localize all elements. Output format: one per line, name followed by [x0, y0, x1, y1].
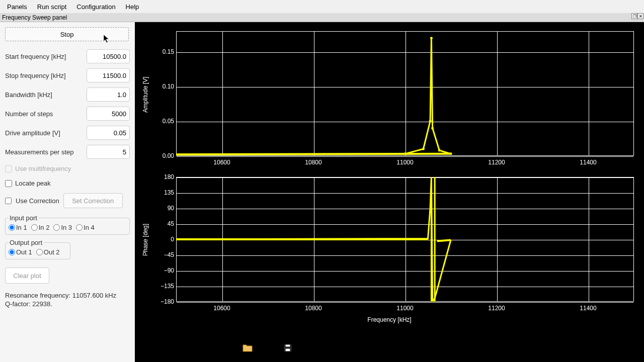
ytick: −180: [154, 298, 174, 305]
plot-area[interactable]: Amplitude [V] 10600108001100011200114000…: [135, 22, 644, 362]
input-port-group: Input port In 1 In 2 In 3 In 4: [5, 214, 130, 235]
ytick: 0: [154, 236, 174, 243]
xtick: 10800: [301, 159, 326, 166]
configure-plot-icon[interactable]: [261, 341, 275, 355]
x-axis-label: Frequency [kHz]: [135, 316, 644, 323]
ytick: −45: [154, 251, 174, 258]
ytick: −90: [154, 267, 174, 274]
input-port-legend: Input port: [9, 214, 38, 222]
ytick: 0.15: [154, 48, 174, 55]
ytick: 0.00: [154, 152, 174, 159]
restore-icon[interactable]: ❐: [631, 13, 637, 19]
panel-titlebar: Frequency Sweep panel ❐ ✕: [0, 13, 644, 22]
output-port-legend: Output port: [9, 239, 43, 246]
plot-toolbar: 🗑: [140, 339, 295, 357]
close-icon[interactable]: ✕: [637, 13, 643, 19]
xtick: 11200: [484, 305, 509, 312]
in3-radio[interactable]: [53, 224, 60, 231]
menu-panels[interactable]: Panels: [2, 1, 32, 13]
steps-label: Number of steps: [5, 110, 53, 118]
locate-peak-checkbox[interactable]: [5, 180, 12, 187]
in2-radio[interactable]: [31, 224, 38, 231]
meas-per-step-label: Measurements per step: [5, 148, 74, 156]
meas-per-step-input[interactable]: [87, 145, 130, 159]
home-icon[interactable]: [160, 341, 174, 355]
resonance-freq-text: Resonance frequency: 11057.600 kHz: [5, 292, 130, 300]
locate-peak-label: Locate peak: [15, 179, 51, 187]
in3-label: In 3: [61, 224, 72, 231]
drive-amp-label: Drive amplitude [V]: [5, 129, 60, 137]
amplitude-ylabel: Amplitude [V]: [142, 77, 149, 113]
menubar: Panels Run script Configuration Help: [0, 0, 644, 13]
set-correction-button: Set Correction: [63, 193, 123, 208]
use-multifrequency-checkbox: [5, 165, 12, 172]
xtick: 10600: [209, 305, 234, 312]
phase-ylabel: Phase [deg]: [142, 224, 149, 256]
start-freq-label: Start frequency [kHz]: [5, 53, 66, 60]
output-port-group: Output port Out 1 Out 2: [5, 239, 70, 259]
xtick: 11400: [576, 159, 601, 166]
steps-input[interactable]: [87, 107, 130, 121]
in4-label: In 4: [84, 224, 95, 231]
stop-button[interactable]: Stop: [5, 27, 129, 41]
svg-rect-13: [285, 344, 290, 347]
use-multifrequency-label: Use multifrequency: [15, 165, 71, 172]
folder-icon[interactable]: [240, 341, 255, 355]
xtick: 11000: [392, 159, 418, 166]
ytick: 45: [154, 220, 174, 227]
in1-radio[interactable]: [9, 224, 15, 231]
ytick: 0.05: [154, 118, 174, 125]
sidebar: Stop Start frequency [kHz] Stop frequenc…: [0, 22, 135, 362]
save-icon[interactable]: [281, 341, 295, 355]
bandwidth-label: Bandwidth [kHz]: [5, 91, 52, 99]
xtick: 10600: [209, 159, 234, 166]
clear-plot-button: Clear plot: [5, 267, 49, 284]
bandwidth-input[interactable]: [87, 87, 130, 102]
ytick: 90: [154, 205, 174, 212]
xtick: 11200: [484, 159, 509, 166]
pan-icon[interactable]: [180, 341, 194, 355]
svg-point-10: [203, 344, 209, 350]
xtick: 11000: [392, 305, 418, 312]
zoom-icon[interactable]: [200, 341, 214, 355]
ytick: 180: [154, 173, 174, 180]
out2-label: Out 2: [44, 248, 60, 256]
menu-configuration[interactable]: Configuration: [71, 1, 120, 13]
stop-freq-label: Stop frequency [kHz]: [5, 72, 66, 79]
ytick: 135: [154, 189, 174, 196]
panel-title-text: Frequency Sweep panel: [2, 14, 67, 21]
use-correction-label: Use Correction: [16, 197, 59, 205]
trash-icon[interactable]: 🗑: [140, 341, 154, 355]
svg-point-11: [226, 346, 229, 349]
q-factor-text: Q-factor: 22938.: [5, 300, 130, 309]
in2-label: In 2: [39, 224, 50, 231]
eye-icon[interactable]: [220, 341, 234, 355]
out1-label: Out 1: [16, 248, 32, 256]
svg-rect-14: [285, 348, 290, 351]
start-freq-input[interactable]: [87, 49, 130, 63]
use-correction-checkbox[interactable]: [5, 198, 12, 204]
out1-radio[interactable]: [9, 249, 15, 255]
ytick: 0.10: [154, 83, 174, 90]
ytick: −135: [154, 283, 174, 290]
stop-freq-input[interactable]: [87, 68, 130, 82]
in4-radio[interactable]: [76, 224, 83, 231]
in1-label: In 1: [16, 224, 27, 231]
drive-amp-input[interactable]: [87, 126, 130, 140]
menu-help[interactable]: Help: [121, 1, 144, 13]
xtick: 10800: [301, 305, 326, 312]
menu-run-script[interactable]: Run script: [32, 1, 72, 13]
xtick: 11400: [576, 305, 601, 312]
out2-radio[interactable]: [36, 249, 43, 255]
